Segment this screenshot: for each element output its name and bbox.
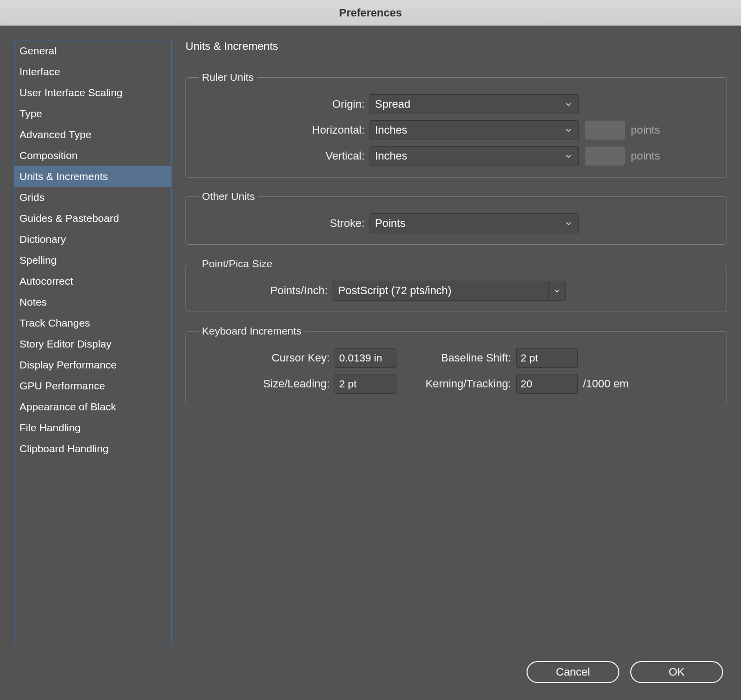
- sidebar-item-dictionary[interactable]: Dictionary: [14, 229, 171, 250]
- sidebar-item-label: Composition: [19, 150, 78, 161]
- sidebar-item-appearance-of-black[interactable]: Appearance of Black: [14, 396, 171, 417]
- stroke-select[interactable]: Points: [370, 213, 579, 233]
- sidebar-item-label: Clipboard Handling: [19, 443, 109, 454]
- sidebar-item-clipboard-handling[interactable]: Clipboard Handling: [14, 438, 171, 459]
- sidebar-item-label: Advanced Type: [19, 129, 91, 140]
- sidebar-item-file-handling[interactable]: File Handling: [14, 417, 171, 438]
- preferences-sidebar: GeneralInterfaceUser Interface ScalingTy…: [14, 40, 172, 646]
- cursor-key-input[interactable]: [335, 348, 396, 368]
- other-units-group: Other Units Stroke: Points: [185, 190, 727, 245]
- cancel-button[interactable]: Cancel: [527, 661, 619, 683]
- origin-select[interactable]: Spread: [370, 94, 579, 114]
- chevron-down-icon: [552, 286, 562, 296]
- stroke-label: Stroke:: [195, 217, 370, 230]
- chevron-down-icon: [563, 125, 573, 135]
- ruler-units-legend: Ruler Units: [199, 71, 257, 83]
- sidebar-item-label: Notes: [19, 296, 47, 308]
- origin-value: Spread: [375, 98, 410, 111]
- sidebar-item-label: User Interface Scaling: [19, 87, 123, 98]
- chevron-down-icon: [563, 99, 573, 109]
- kerning-tracking-suffix: /1000 em: [583, 377, 629, 390]
- sidebar-item-user-interface-scaling[interactable]: User Interface Scaling: [14, 82, 171, 103]
- horizontal-value: Inches: [375, 124, 407, 137]
- horizontal-points-input[interactable]: [585, 121, 625, 140]
- other-units-legend: Other Units: [199, 190, 258, 202]
- chevron-down-icon: [563, 218, 573, 228]
- window-title: Preferences: [339, 6, 402, 19]
- chevron-down-icon: [563, 151, 573, 161]
- points-inch-dropdown-button[interactable]: [548, 281, 566, 301]
- sidebar-item-label: Guides & Pasteboard: [19, 212, 119, 224]
- sidebar-item-track-changes[interactable]: Track Changes: [14, 313, 171, 334]
- vertical-points-suffix: points: [631, 150, 660, 163]
- size-leading-input[interactable]: [335, 374, 396, 394]
- sidebar-item-label: Track Changes: [19, 317, 90, 329]
- window-titlebar: Preferences: [0, 0, 741, 26]
- baseline-shift-input[interactable]: [516, 348, 578, 368]
- sidebar-item-display-performance[interactable]: Display Performance: [14, 354, 171, 375]
- horizontal-points-suffix: points: [631, 124, 660, 137]
- kerning-tracking-input[interactable]: [516, 374, 578, 394]
- keyboard-increments-group: Keyboard Increments Cursor Key: Baseline…: [185, 325, 727, 405]
- sidebar-item-story-editor-display[interactable]: Story Editor Display: [14, 334, 171, 354]
- sidebar-item-label: Dictionary: [19, 233, 66, 245]
- page-title: Units & Increments: [185, 40, 727, 58]
- sidebar-item-label: Appearance of Black: [19, 401, 116, 412]
- sidebar-item-label: Type: [19, 108, 42, 119]
- sidebar-item-label: General: [19, 45, 57, 56]
- sidebar-item-autocorrect[interactable]: Autocorrect: [14, 271, 171, 292]
- vertical-points-input[interactable]: [585, 147, 625, 166]
- sidebar-item-label: File Handling: [19, 422, 81, 433]
- baseline-shift-label: Baseline Shift:: [396, 351, 516, 364]
- sidebar-item-general[interactable]: General: [14, 40, 171, 61]
- sidebar-item-interface[interactable]: Interface: [14, 61, 171, 82]
- sidebar-item-grids[interactable]: Grids: [14, 187, 171, 208]
- sidebar-item-label: Units & Increments: [19, 171, 108, 182]
- points-inch-label: Points/Inch:: [195, 284, 333, 297]
- origin-label: Origin:: [195, 98, 370, 111]
- vertical-select[interactable]: Inches: [370, 146, 579, 166]
- horizontal-label: Horizontal:: [195, 124, 370, 137]
- ok-button[interactable]: OK: [630, 661, 723, 683]
- cursor-key-label: Cursor Key:: [195, 351, 335, 364]
- vertical-value: Inches: [375, 150, 407, 163]
- sidebar-item-label: GPU Performance: [19, 380, 105, 391]
- sidebar-item-label: Display Performance: [19, 359, 117, 370]
- sidebar-item-notes[interactable]: Notes: [14, 292, 171, 313]
- point-pica-group: Point/Pica Size Points/Inch: PostScript …: [185, 258, 727, 312]
- point-pica-legend: Point/Pica Size: [199, 258, 275, 270]
- sidebar-item-units-increments[interactable]: Units & Increments: [14, 166, 171, 187]
- sidebar-item-advanced-type[interactable]: Advanced Type: [14, 124, 171, 145]
- sidebar-item-composition[interactable]: Composition: [14, 145, 171, 166]
- sidebar-item-spelling[interactable]: Spelling: [14, 250, 171, 271]
- sidebar-item-label: Autocorrect: [19, 275, 73, 287]
- points-inch-select[interactable]: PostScript (72 pts/inch): [333, 281, 548, 301]
- ruler-units-group: Ruler Units Origin: Spread Horizontal: I…: [185, 71, 727, 177]
- vertical-label: Vertical:: [195, 150, 370, 163]
- keyboard-increments-legend: Keyboard Increments: [199, 325, 305, 337]
- kerning-tracking-label: Kerning/Tracking:: [396, 377, 516, 390]
- points-inch-value: PostScript (72 pts/inch): [338, 284, 451, 297]
- sidebar-item-label: Grids: [19, 191, 44, 203]
- sidebar-item-guides-pasteboard[interactable]: Guides & Pasteboard: [14, 208, 171, 229]
- size-leading-label: Size/Leading:: [195, 377, 335, 390]
- sidebar-item-gpu-performance[interactable]: GPU Performance: [14, 375, 171, 396]
- sidebar-item-label: Story Editor Display: [19, 338, 111, 350]
- horizontal-select[interactable]: Inches: [370, 120, 579, 140]
- sidebar-item-label: Spelling: [19, 254, 57, 266]
- sidebar-item-type[interactable]: Type: [14, 103, 171, 124]
- stroke-value: Points: [375, 217, 405, 230]
- sidebar-item-label: Interface: [19, 66, 60, 77]
